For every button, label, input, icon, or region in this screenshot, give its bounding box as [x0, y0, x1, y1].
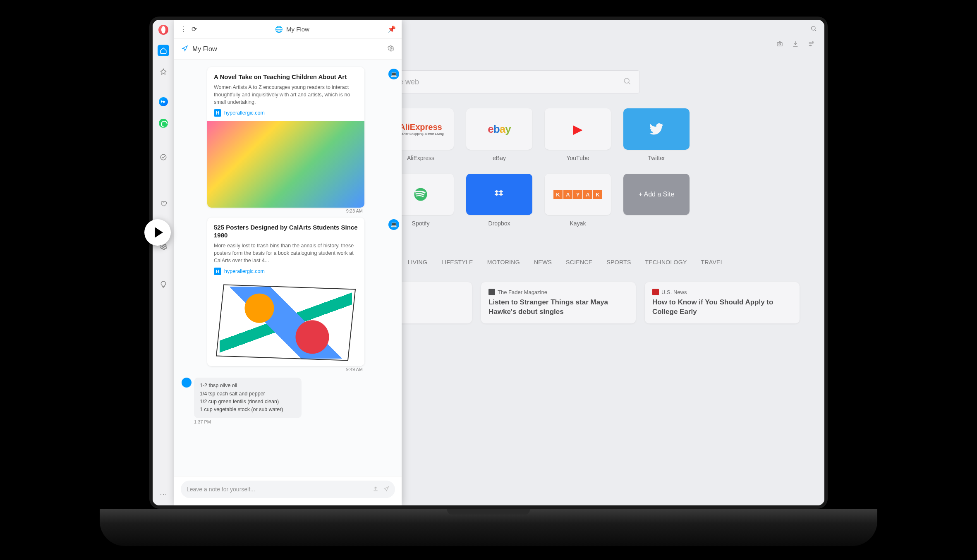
flow-card-desc: Women Artists A to Z encourages young re… [214, 84, 358, 106]
cat-item[interactable]: TECHNOLOGY [645, 259, 687, 266]
download-icon[interactable] [792, 41, 799, 49]
browser-sidebar: ⋯ [153, 20, 174, 505]
svg-rect-4 [777, 43, 782, 46]
reload-icon[interactable]: ⟳ [192, 25, 197, 33]
svg-point-0 [160, 154, 166, 160]
flow-card-time: 9:49 AM [207, 366, 364, 372]
source-icon [488, 289, 495, 295]
flow-input-placeholder: Leave a note for yourself... [187, 486, 368, 493]
note-line: 1/4 tsp each salt and pepper [200, 390, 296, 398]
flow-card-title: 525 Posters Designed by CalArts Students… [214, 223, 358, 239]
more-icon[interactable]: ⋯ [158, 488, 169, 500]
my-flow-panel: ⋮ ⟳ 🌐 My Flow 📌 My Flow 💻 [174, 20, 402, 505]
send-icon[interactable] [383, 486, 389, 493]
tips-icon[interactable] [158, 279, 169, 290]
svg-point-3 [812, 26, 815, 30]
play-button[interactable] [144, 219, 171, 246]
flow-icon [182, 45, 188, 53]
cat-item[interactable]: LIVING [407, 259, 427, 266]
device-badge-icon: 💻 [388, 69, 399, 79]
note-line: 1/2 cup green lentils (rinsed clean) [200, 398, 296, 406]
tile-dropbox[interactable]: Dropbox [466, 174, 532, 227]
easy-setup-icon[interactable] [808, 41, 814, 49]
flow-tab-bar: ⋮ ⟳ 🌐 My Flow 📌 [174, 20, 402, 39]
laptop-base [100, 509, 877, 546]
favicon: H [214, 109, 221, 117]
bookmarks-icon[interactable] [158, 66, 169, 78]
svg-point-2 [162, 246, 164, 248]
news-card[interactable]: U.S. News How to Know if You Should Appl… [645, 282, 800, 323]
favicon: H [214, 268, 221, 275]
flow-card-title: A Novel Take on Teaching Children About … [214, 73, 358, 81]
flow-tab-title: My Flow [286, 26, 309, 33]
tile-add-site[interactable]: + Add a Site [623, 174, 690, 227]
svg-point-10 [390, 48, 392, 49]
flow-body: 💻 A Novel Take on Teaching Children Abou… [174, 60, 402, 476]
cat-item[interactable]: SPORTS [606, 259, 631, 266]
menu-icon[interactable]: ⋮ [180, 25, 187, 33]
flow-item[interactable]: 💻 525 Posters Designed by CalArts Studen… [207, 218, 393, 372]
source-icon [652, 289, 659, 295]
note-line: 1 cup vegetable stock (or sub water) [200, 406, 296, 414]
device-badge-icon: 💻 [388, 219, 399, 230]
personal-news-icon[interactable] [158, 151, 169, 163]
tile-kayak[interactable]: KAYAK Kayak [545, 174, 611, 227]
whatsapp-icon[interactable] [158, 117, 169, 129]
favorites-icon[interactable] [158, 198, 169, 209]
flow-settings-icon[interactable] [388, 45, 394, 53]
messenger-icon[interactable] [158, 96, 169, 108]
flow-header-title: My Flow [192, 45, 217, 53]
upload-icon[interactable] [373, 486, 378, 493]
tile-ebay[interactable]: ebay eBay [466, 108, 532, 161]
cat-item[interactable]: LIFESTYLE [441, 259, 473, 266]
flow-card-image [207, 279, 364, 366]
tile-twitter[interactable]: Twitter [623, 108, 690, 161]
svg-point-8 [624, 78, 629, 83]
cat-item[interactable]: TRAVEL [701, 259, 724, 266]
flow-item[interactable]: 💻 A Novel Take on Teaching Children Abou… [207, 67, 393, 213]
flow-card-source: hyperallergic.com [224, 110, 265, 116]
note-time: 1:37 PM [194, 419, 335, 424]
note-line: 1-2 tbsp olive oil [200, 382, 296, 390]
pin-icon[interactable]: 📌 [388, 25, 396, 33]
cat-item[interactable]: SCIENCE [566, 259, 592, 266]
flow-note-item[interactable]: 1-2 tbsp olive oil 1/4 tsp each salt and… [182, 378, 335, 424]
search-icon [623, 77, 631, 87]
device-badge-icon [182, 378, 192, 388]
flow-note-input[interactable]: Leave a note for yourself... [181, 481, 395, 498]
search-page-icon[interactable] [810, 25, 817, 34]
flow-card-desc: More easily lost to trash bins than the … [214, 242, 358, 264]
snapshot-icon[interactable] [776, 41, 783, 49]
tile-youtube[interactable]: ▶ YouTube [545, 108, 611, 161]
svg-point-5 [779, 43, 781, 45]
flow-card-time: 9:23 AM [207, 208, 364, 213]
flow-card-image [207, 121, 364, 208]
svg-point-6 [812, 42, 814, 43]
flow-card-source: hyperallergic.com [224, 268, 265, 274]
globe-icon: 🌐 [275, 26, 283, 33]
cat-item[interactable]: NEWS [534, 259, 552, 266]
speed-dial-icon[interactable] [158, 45, 169, 56]
cat-item[interactable]: MOTORING [487, 259, 520, 266]
news-card[interactable]: The Fader Magazine Listen to Stranger Th… [481, 282, 636, 323]
flow-header: My Flow [174, 39, 402, 60]
opera-logo [158, 25, 168, 35]
